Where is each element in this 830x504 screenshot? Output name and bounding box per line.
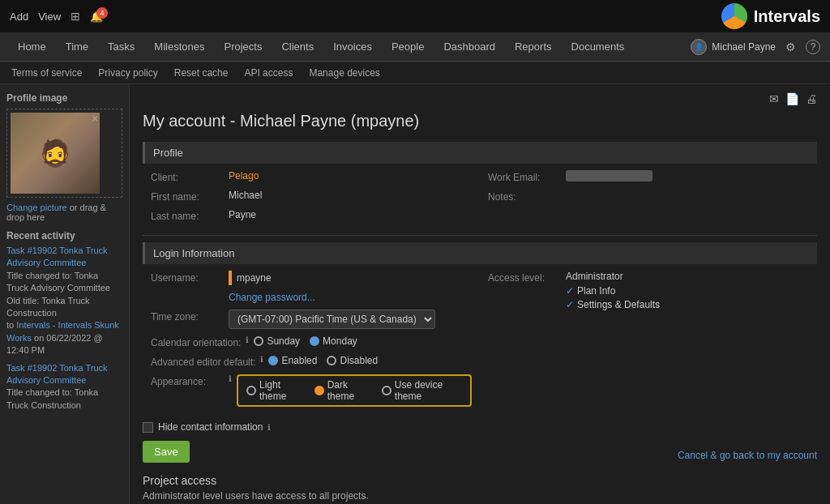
appearance-info-icon[interactable]: ℹ [229,374,232,383]
login-left-col: Username: mpayne Change password... Time… [143,271,480,413]
theme-device-radio[interactable] [382,386,391,395]
view-menu[interactable]: View [38,11,61,23]
add-menu[interactable]: Add [10,11,28,23]
notes-label: Notes: [488,190,561,203]
privacy-link[interactable]: Privacy policy [98,67,157,79]
nav-documents[interactable]: Documents [563,32,633,62]
top-bar: Add View ⊞ 🔔 4 Intervals [0,0,830,32]
export-icon[interactable]: 📄 [785,92,799,105]
plan-info-label[interactable]: Plan Info [577,285,615,297]
calendar-monday-radio[interactable] [310,336,319,346]
reset-cache-link[interactable]: Reset cache [174,67,229,79]
hide-contact-info-icon[interactable]: ℹ [267,423,271,432]
calendar-monday-option[interactable]: Monday [310,335,357,347]
activity-item-2: Task #19902 Tonka Truck Advisory Committ… [6,362,122,412]
activity-task-link-2[interactable]: Task #19902 Tonka Truck Advisory Committ… [6,363,108,385]
appearance-label: Appearance: [151,374,224,387]
change-password-link[interactable]: Change password... [229,292,472,303]
nav-people[interactable]: People [383,32,432,62]
nav-clients[interactable]: Clients [273,32,322,62]
settings-defaults-item: ✓ Settings & Defaults [566,299,660,310]
settings-defaults-label[interactable]: Settings & Defaults [577,299,660,310]
project-access-title: Project access [143,474,817,487]
advanced-editor-info-icon[interactable]: ℹ [260,355,263,364]
nav-tasks[interactable]: Tasks [100,32,143,62]
plan-info-item: ✓ Plan Info [566,285,660,297]
profile-image-title: Profile image [6,92,122,104]
notes-row: Notes: [488,190,809,203]
access-level-value: Administrator [566,271,660,282]
advanced-enabled-option[interactable]: Enabled [268,355,317,366]
access-level-values: Administrator ✓ Plan Info ✓ Settings & D… [566,271,660,313]
advanced-enabled-radio[interactable] [268,356,278,365]
theme-light-radio[interactable] [246,386,256,395]
nav-right: 👤 Michael Payne ⚙ ? [691,39,820,55]
api-access-link[interactable]: API access [244,67,293,79]
user-name: Michael Payne [712,41,776,53]
login-section-header: Login Information [143,242,817,264]
cancel-link[interactable]: Cancel & go back to my account [678,443,817,461]
lastname-value: Payne [229,209,256,220]
appearance-row: Appearance: ℹ Light theme Dark theme [151,374,472,407]
nav-milestones[interactable]: Milestones [146,32,212,62]
profile-img-label: Change picture or drag & drop here [6,203,122,222]
profile-left-col: Client: Pelago First name: Michael Last … [143,170,480,229]
client-row: Client: Pelago [151,170,472,183]
calendar-sunday-radio[interactable] [254,336,263,346]
timezone-select[interactable]: (GMT-07:00) Pacific Time (US & Canada) [229,310,435,329]
lastname-label: Last name: [151,209,224,222]
activity-item-1: Task #19902 Tonka Truck Advisory Committ… [6,245,122,357]
user-badge[interactable]: 👤 Michael Payne [691,39,776,55]
advanced-disabled-option[interactable]: Disabled [327,355,378,366]
calendar-info-icon[interactable]: ℹ [246,335,249,344]
grid-icon[interactable]: ⊞ [71,10,80,23]
theme-device-option[interactable]: Use device theme [382,379,462,402]
work-email-row: Work Email: •••••••••••••••• [488,170,809,183]
nav-bar: Home Time Tasks Milestones Projects Clie… [0,32,830,62]
project-access-desc: Administrator level users have access to… [143,490,817,502]
username-label: Username: [151,271,224,284]
firstname-row: First name: Michael [151,190,472,203]
firstname-value: Michael [229,190,262,201]
gear-icon[interactable]: ⚙ [785,41,796,53]
client-link[interactable]: Pelago [229,170,259,182]
nav-time[interactable]: Time [58,32,96,62]
theme-dark-radio[interactable] [314,386,324,395]
username-row: Username: mpayne [151,271,472,285]
save-button[interactable]: Save [143,441,190,463]
hide-contact-label: Hide contact information [158,421,263,433]
nav-dashboard[interactable]: Dashboard [435,32,503,62]
access-level-label: Access level: [488,271,561,284]
email-icon[interactable]: ✉ [769,92,779,105]
sidebar: Profile image 🧔 ✕ Change picture or drag… [0,84,130,504]
remove-photo-icon[interactable]: ✕ [92,114,98,123]
calendar-sunday-option[interactable]: Sunday [254,335,300,347]
nav-projects[interactable]: Projects [216,32,270,62]
terms-link[interactable]: Terms of service [11,67,82,79]
nav-links: Home Time Tasks Milestones Projects Clie… [10,32,632,62]
theme-light-option[interactable]: Light theme [246,379,303,402]
help-icon[interactable]: ? [806,40,820,54]
sub-nav: Terms of service Privacy policy Reset ca… [0,62,830,84]
user-avatar: 👤 [691,39,707,55]
nav-reports[interactable]: Reports [507,32,560,62]
timezone-label: Time zone: [151,310,224,322]
calendar-label: Calendar orientation: [151,335,241,348]
nav-invoices[interactable]: Invoices [325,32,380,62]
print-icon[interactable]: 🖨 [806,92,817,105]
nav-home[interactable]: Home [10,32,54,62]
theme-dark-option[interactable]: Dark theme [314,379,370,402]
page-title: My account - Michael Payne (mpayne) [143,112,817,130]
logo-text: Intervals [754,7,820,26]
advanced-editor-radio-group: Enabled Disabled [268,355,378,366]
save-row: Save Cancel & go back to my account [143,441,817,463]
change-picture-link[interactable]: Change picture [6,203,67,212]
profile-form: Client: Pelago First name: Michael Last … [143,170,817,229]
manage-devices-link[interactable]: Manage devices [309,67,379,79]
hide-contact-checkbox[interactable] [143,422,153,433]
activity-task-link-1[interactable]: Task #19902 Tonka Truck Advisory Committ… [6,246,108,267]
advanced-disabled-radio[interactable] [327,356,336,365]
profile-image-box[interactable]: 🧔 ✕ [6,109,122,198]
plan-info-check: ✓ [566,285,574,297]
notification-icon[interactable]: 🔔 4 [90,11,103,23]
